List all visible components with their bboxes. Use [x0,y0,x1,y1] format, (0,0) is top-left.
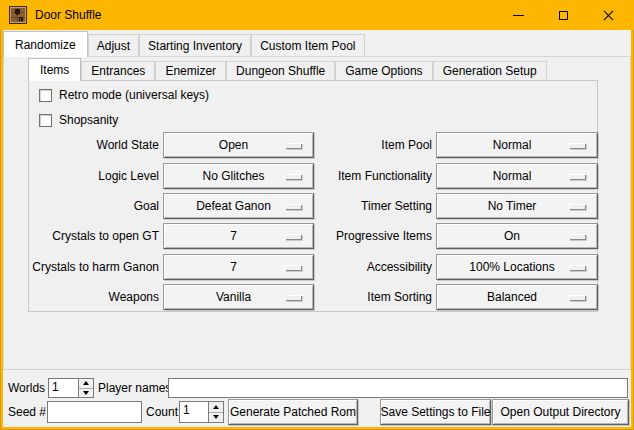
dropdown-indicator-icon [285,204,302,210]
world-state-dropdown[interactable]: Open [163,132,314,158]
subtab-game-options[interactable]: Game Options [335,61,432,80]
item-pool-label: Item Pool [309,132,432,158]
maximize-button[interactable] [541,0,586,30]
worlds-spinbox[interactable]: 1 [48,378,94,398]
title-bar: Door Shuffle [0,0,634,30]
dropdown-value: Defeat Ganon [196,199,271,213]
minimize-icon [513,15,524,16]
dropdown-value: On [504,229,520,243]
save-settings-button[interactable]: Save Settings to File [380,399,491,425]
item-functionality-dropdown[interactable]: Normal [436,163,598,189]
dropdown-indicator-icon [285,234,302,240]
checkbox-label: Shopsanity [59,113,118,127]
tab-label: Enemizer [165,64,216,78]
item-sorting-dropdown[interactable]: Balanced [436,284,598,310]
weapons-label: Weapons [31,284,159,310]
goal-label: Goal [31,193,159,219]
spin-down-button[interactable] [79,388,93,398]
tab-label: Entrances [91,64,145,78]
crystals-open-gt-dropdown[interactable]: 7 [163,223,314,249]
shopsanity-checkbox[interactable]: Shopsanity [39,113,118,127]
tab-label: Dungeon Shuffle [236,64,325,78]
app-window: Door Shuffle Randomize Adjust Starting I… [0,0,634,430]
seed-input[interactable] [47,401,142,423]
tab-label: Game Options [345,64,422,78]
minimize-button[interactable] [496,0,541,30]
spin-up-button[interactable] [209,402,223,412]
progressive-items-label: Progressive Items [309,223,432,249]
dropdown-indicator-icon [285,295,302,301]
spin-up-button[interactable] [79,379,93,388]
checkbox-label: Retro mode (universal keys) [59,88,209,102]
arrow-down-icon [213,415,219,419]
subtab-generation-setup[interactable]: Generation Setup [433,61,547,80]
checkbox-icon [39,114,52,127]
timer-setting-dropdown[interactable]: No Timer [436,193,598,219]
logic-level-dropdown[interactable]: No Glitches [163,163,314,189]
close-button[interactable] [586,0,631,30]
timer-setting-label: Timer Setting [309,193,432,219]
dropdown-value: 100% Locations [469,260,554,274]
arrow-down-icon [83,391,89,395]
tab-label: Custom Item Pool [260,39,355,53]
close-icon [603,10,614,21]
tab-starting-inventory[interactable]: Starting Inventory [139,34,251,56]
tab-label: Starting Inventory [148,39,242,53]
main-tab-bar: Randomize Adjust Starting Inventory Cust… [3,31,365,56]
dropdown-indicator-icon [285,265,302,271]
dropdown-value: 7 [230,260,237,274]
dropdown-indicator-icon [569,174,586,180]
spin-down-button[interactable] [209,412,223,423]
subtab-items[interactable]: Items [28,58,81,81]
progressive-items-dropdown[interactable]: On [436,223,598,249]
worlds-value: 1 [49,379,78,397]
crystals-harm-ganon-label: Crystals to harm Ganon [31,254,159,280]
dropdown-indicator-icon [569,234,586,240]
tab-randomize[interactable]: Randomize [3,31,88,57]
dropdown-indicator-icon [569,295,586,301]
subtab-dungeon-shuffle[interactable]: Dungeon Shuffle [226,61,335,80]
count-label: Count [146,402,178,422]
window-title: Door Shuffle [35,8,102,22]
item-functionality-label: Item Functionality [309,163,432,189]
item-pool-dropdown[interactable]: Normal [436,132,598,158]
dropdown-indicator-icon [285,174,302,180]
count-spinbox[interactable]: 1 [179,401,224,423]
player-names-label: Player names [98,378,171,398]
goal-dropdown[interactable]: Defeat Ganon [163,193,314,219]
crystals-harm-ganon-dropdown[interactable]: 7 [163,254,314,280]
player-names-input[interactable] [168,378,628,398]
retro-mode-checkbox[interactable]: Retro mode (universal keys) [39,88,209,102]
item-sorting-label: Item Sorting [309,284,432,310]
logic-level-label: Logic Level [31,163,159,189]
world-state-label: World State [31,132,159,158]
open-output-directory-button[interactable]: Open Output Directory [492,399,629,425]
dropdown-value: Vanilla [216,290,251,304]
tab-custom-item-pool[interactable]: Custom Item Pool [251,34,364,56]
subtab-enemizer[interactable]: Enemizer [155,61,226,80]
weapons-dropdown[interactable]: Vanilla [163,284,314,310]
tab-label: Items [40,63,69,77]
tab-label: Adjust [97,39,130,53]
dropdown-indicator-icon [569,265,586,271]
door-icon [9,6,27,24]
dropdown-value: No Glitches [202,169,264,183]
tab-adjust[interactable]: Adjust [88,34,139,56]
dropdown-value: Open [219,138,248,152]
dropdown-value: Normal [493,138,532,152]
worlds-label: Worlds [8,378,45,398]
maximize-icon [559,11,568,20]
items-tab-pane: Retro mode (universal keys) Shopsanity W… [28,80,598,312]
subtab-entrances[interactable]: Entrances [81,61,155,80]
checkbox-icon [39,89,52,102]
accessibility-dropdown[interactable]: 100% Locations [436,254,598,280]
dropdown-indicator-icon [569,204,586,210]
generate-patched-rom-button[interactable]: Generate Patched Rom [228,399,358,425]
dropdown-value: 7 [230,229,237,243]
arrow-up-icon [213,405,219,409]
seed-label: Seed # [8,402,46,422]
sub-tab-bar: Items Entrances Enemizer Dungeon Shuffle… [28,58,547,80]
count-spin-buttons [208,402,223,422]
dropdown-value: Normal [493,169,532,183]
tab-label: Generation Setup [443,64,537,78]
